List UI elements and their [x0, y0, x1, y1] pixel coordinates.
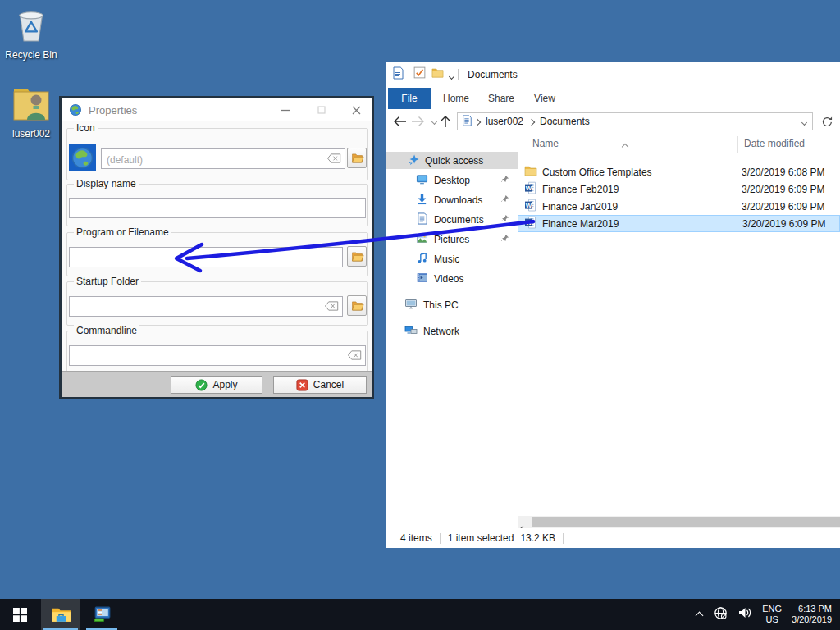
nav-downloads[interactable]: Downloads	[386, 191, 518, 208]
refresh-icon[interactable]	[819, 113, 835, 130]
horizontal-scrollbar[interactable]	[518, 516, 840, 528]
qat-customize-icon[interactable]	[450, 67, 454, 82]
taskbar-file-explorer-button[interactable]	[41, 599, 80, 630]
file-row-finance-mar2019-selected[interactable]: Finance Mar2019 3/20/2019 6:09 PM	[518, 215, 840, 232]
system-tray: ENG US 6:13 PM 3/20/2019	[696, 599, 840, 630]
explorer-window-title: Documents	[468, 69, 518, 80]
forward-arrow-icon[interactable]	[409, 113, 426, 130]
apply-check-icon	[195, 379, 208, 391]
desktop: Recycle Bin luser002	[0, 0, 840, 630]
address-bar-row: luser002 Documents	[386, 109, 840, 135]
column-divider[interactable]	[737, 136, 738, 153]
breadcrumb-luser002[interactable]: luser002	[486, 116, 523, 127]
clock[interactable]: 6:13 PM 3/20/2019	[792, 604, 832, 625]
nav-desktop[interactable]: Desktop	[386, 171, 518, 189]
quick-access-star-icon	[408, 153, 420, 168]
desktop-icon-luser002[interactable]: luser002	[5, 85, 57, 139]
explorer-app-icon	[391, 66, 404, 83]
music-icon	[416, 252, 428, 267]
nav-pictures[interactable]: Pictures	[386, 231, 518, 248]
file-row-custom-office-templates[interactable]: Custom Office Templates 3/20/2019 6:08 P…	[518, 163, 839, 180]
tab-home[interactable]: Home	[437, 88, 475, 109]
dialog-title: Properties	[89, 104, 137, 116]
apply-button[interactable]: Apply	[171, 376, 262, 394]
display-name-input[interactable]	[73, 199, 350, 219]
up-arrow-icon[interactable]	[437, 113, 454, 130]
nav-videos[interactable]: Videos	[386, 270, 518, 287]
location-icon	[461, 115, 472, 129]
status-bar: 4 items 1 item selected 13.2 KB	[386, 528, 840, 548]
taskbar-app-button[interactable]	[84, 599, 120, 630]
icon-path-input[interactable]	[105, 149, 330, 170]
desktop-icon-label: luser002	[5, 128, 57, 139]
file-explorer-window: Documents File Home Share View	[386, 62, 840, 548]
file-row-finance-jan2019[interactable]: Finance Jan2019 3/20/2019 6:09 PM	[518, 198, 839, 215]
breadcrumb-separator-icon	[475, 116, 480, 127]
startup-browse-button[interactable]	[347, 295, 367, 316]
qat-properties-icon[interactable]	[413, 66, 426, 82]
display-name-field	[69, 198, 366, 218]
nav-music[interactable]: Music	[386, 250, 518, 267]
startup-input[interactable]	[73, 297, 327, 317]
nav-this-pc[interactable]: This PC	[386, 296, 518, 313]
language-indicator[interactable]: ENG US	[762, 604, 782, 625]
clear-input-icon[interactable]	[347, 349, 362, 363]
nav-documents[interactable]: Documents	[386, 211, 518, 228]
tab-file[interactable]: File	[388, 88, 431, 109]
desktop-icon	[416, 173, 428, 188]
pictures-icon	[416, 232, 428, 247]
column-header-name[interactable]: Name	[532, 138, 559, 149]
minimize-button[interactable]	[278, 103, 293, 116]
icon-path-field	[101, 148, 345, 169]
program-input[interactable]	[73, 248, 327, 268]
startup-label: Startup Folder	[74, 276, 141, 287]
address-dropdown-icon[interactable]	[802, 116, 806, 127]
breadcrumb-separator-icon	[529, 116, 534, 127]
separator	[563, 533, 564, 544]
commandline-input[interactable]	[73, 346, 350, 367]
icon-preview-button[interactable]	[69, 144, 96, 171]
commandline-label: Commandline	[74, 325, 139, 336]
column-header-date-modified[interactable]: Date modified	[744, 138, 805, 149]
address-bar[interactable]: luser002 Documents	[457, 112, 813, 130]
windows-logo-icon	[13, 608, 27, 622]
clear-input-icon[interactable]	[326, 152, 341, 167]
desktop-icon-label: Recycle Bin	[5, 49, 57, 61]
tray-chevron-up-icon[interactable]	[696, 607, 702, 622]
desktop-icon-recycle-bin[interactable]: Recycle Bin	[5, 7, 57, 61]
clear-input-icon[interactable]	[324, 299, 339, 314]
open-folder-icon	[350, 153, 364, 164]
explorer-titlebar[interactable]: Documents	[386, 62, 840, 86]
back-arrow-icon[interactable]	[391, 113, 408, 130]
close-button[interactable]	[349, 103, 363, 116]
file-row-finance-feb2019[interactable]: Finance Feb2019 3/20/2019 6:09 PM	[518, 180, 839, 198]
pin-icon	[500, 234, 509, 245]
cancel-button[interactable]: Cancel	[273, 376, 367, 394]
icon-group-label: Icon	[74, 122, 98, 134]
speaker-icon[interactable]	[737, 606, 752, 623]
word-doc-icon	[524, 216, 537, 231]
startup-field	[69, 296, 343, 317]
qat-new-folder-icon[interactable]	[431, 66, 444, 82]
scrollbar-thumb[interactable]	[532, 517, 840, 527]
maximize-button[interactable]	[314, 103, 329, 116]
launcher-app-icon	[92, 606, 112, 623]
downloads-icon	[416, 193, 428, 208]
open-folder-icon	[350, 251, 364, 262]
tab-view[interactable]: View	[526, 88, 564, 109]
program-browse-button[interactable]	[347, 246, 367, 267]
dialog-button-bar: Apply Cancel	[62, 371, 372, 397]
program-label: Program or Filename	[74, 226, 171, 238]
nav-quick-access[interactable]: Quick access	[386, 152, 518, 169]
this-pc-icon	[404, 297, 418, 313]
tab-share[interactable]: Share	[482, 88, 521, 109]
status-selection: 1 item selected	[448, 532, 514, 544]
pin-icon	[500, 175, 509, 186]
icon-browse-button[interactable]	[347, 148, 367, 168]
start-button[interactable]	[0, 599, 39, 630]
sort-ascending-icon	[623, 138, 628, 153]
nav-network[interactable]: Network	[386, 322, 518, 340]
taskbar: ENG US 6:13 PM 3/20/2019	[0, 599, 840, 630]
network-globe-icon[interactable]	[714, 606, 728, 623]
breadcrumb-documents[interactable]: Documents	[540, 116, 590, 127]
